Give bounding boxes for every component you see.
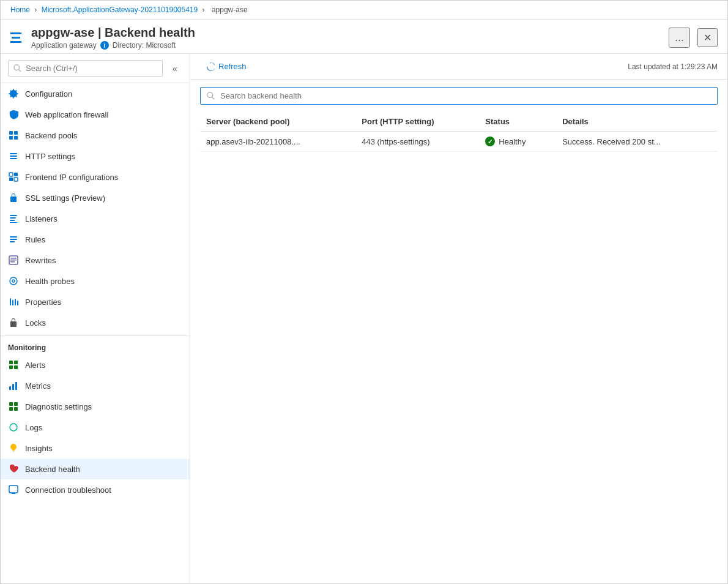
sidebar-item-backend-pools[interactable]: Backend pools (1, 125, 190, 146)
search-box[interactable] (8, 60, 163, 77)
close-button[interactable]: ✕ (697, 28, 718, 47)
svg-rect-39 (9, 407, 13, 411)
backend-health-search-input[interactable] (220, 91, 711, 100)
waf-label: Web application firewall (25, 110, 108, 119)
svg-rect-3 (14, 131, 18, 135)
insights-label: Insights (25, 444, 53, 453)
locks-label: Locks (25, 318, 46, 328)
sidebar-item-health-probes[interactable]: Health probes (1, 271, 190, 291)
sidebar-item-ssl-settings[interactable]: SSL settings (Preview) (1, 187, 190, 208)
svg-point-25 (12, 280, 15, 282)
col-header-status: Status (479, 112, 556, 132)
svg-rect-14 (10, 217, 16, 219)
svg-rect-6 (10, 153, 17, 154)
table-row: app.asev3-ilb-20211008.... 443 (https-se… (200, 132, 718, 152)
svg-point-24 (10, 277, 17, 285)
sidebar-item-properties[interactable]: Properties (1, 291, 190, 312)
rewrites-label: Rewrites (25, 256, 56, 265)
svg-rect-33 (14, 365, 18, 369)
status-dot (485, 137, 495, 146)
svg-rect-16 (10, 222, 17, 223)
backend-health-label: Backend health (25, 465, 80, 474)
sidebar-item-rules[interactable]: Rules (1, 229, 190, 250)
svg-rect-38 (14, 402, 18, 406)
breadcrumb-current: appgw-ase (212, 6, 248, 14)
connection-troubleshoot-icon (8, 484, 19, 495)
svg-rect-40 (14, 407, 18, 411)
waf-icon (8, 109, 19, 120)
configuration-icon (8, 88, 19, 99)
properties-label: Properties (25, 298, 61, 307)
metrics-icon (8, 380, 19, 391)
sidebar-item-connection-troubleshoot[interactable]: Connection troubleshoot (1, 479, 190, 500)
connection-troubleshoot-label: Connection troubleshoot (25, 485, 111, 495)
col-header-server: Server (backend pool) (200, 112, 355, 132)
svg-rect-22 (10, 260, 17, 261)
collapse-sidebar-button[interactable]: « (168, 61, 182, 76)
page-header: appgw-ase | Backend health Application g… (1, 20, 727, 54)
properties-icon (8, 296, 19, 307)
sidebar-item-insights[interactable]: Insights (1, 438, 190, 459)
sidebar-item-backend-health[interactable]: Backend health (1, 459, 190, 479)
breadcrumb-resource[interactable]: Microsoft.ApplicationGateway-20211019005… (42, 6, 198, 14)
sidebar-item-locks[interactable]: Locks (1, 312, 190, 333)
sidebar-item-listeners[interactable]: Listeners (1, 208, 190, 229)
refresh-button[interactable]: Refresh (200, 59, 253, 74)
backend-pools-label: Backend pools (25, 131, 77, 140)
sidebar-item-http-settings[interactable]: HTTP settings (1, 146, 190, 167)
search-bar[interactable] (200, 87, 718, 105)
svg-line-45 (212, 97, 215, 99)
http-settings-label: HTTP settings (25, 152, 75, 161)
svg-rect-2 (9, 131, 13, 135)
svg-rect-4 (9, 136, 13, 140)
sidebar-item-rewrites[interactable]: Rewrites (1, 250, 190, 271)
search-input[interactable] (26, 64, 124, 73)
frontend-ip-icon (8, 171, 19, 182)
sidebar-item-metrics[interactable]: Metrics (1, 375, 190, 396)
diagnostic-settings-label: Diagnostic settings (25, 402, 92, 411)
cell-status: Healthy (479, 132, 556, 152)
sidebar-item-web-application-firewall[interactable]: Web application firewall (1, 104, 190, 125)
diagnostic-icon (8, 401, 19, 412)
subtitle-text: Application gateway (31, 41, 97, 50)
more-options-button[interactable]: ... (669, 28, 690, 48)
svg-rect-42 (9, 485, 18, 493)
sidebar-item-logs[interactable]: Logs (1, 417, 190, 438)
header-title-area: appgw-ase | Backend health Application g… (31, 26, 661, 50)
svg-rect-29 (17, 301, 18, 305)
svg-rect-10 (14, 173, 18, 176)
locks-icon (8, 317, 19, 328)
rewrites-icon (8, 255, 19, 266)
svg-line-1 (19, 69, 21, 72)
sidebar-nav: Configuration Web application firewall B… (1, 83, 190, 583)
health-probes-label: Health probes (25, 277, 75, 286)
svg-rect-13 (10, 215, 17, 216)
ssl-icon (8, 192, 19, 203)
svg-rect-37 (9, 402, 13, 406)
breadcrumb-home[interactable]: Home (10, 6, 30, 14)
svg-rect-12 (14, 178, 18, 181)
content-body: Server (backend pool) Port (HTTP setting… (190, 80, 727, 583)
sidebar-item-frontend-ip[interactable]: Frontend IP configurations (1, 167, 190, 187)
rules-icon (8, 234, 19, 245)
status-healthy: Healthy (485, 137, 550, 146)
svg-rect-5 (14, 136, 18, 140)
info-icon[interactable]: i (100, 41, 109, 50)
metrics-label: Metrics (25, 381, 51, 391)
svg-rect-28 (15, 299, 16, 305)
directory-label: Directory: Microsoft (113, 41, 176, 50)
sidebar-item-configuration[interactable]: Configuration (1, 83, 190, 104)
svg-rect-8 (10, 158, 17, 159)
search-bar-icon (207, 92, 215, 100)
search-icon (13, 64, 22, 73)
svg-rect-36 (15, 382, 17, 390)
svg-rect-30 (9, 361, 13, 364)
alerts-icon (8, 359, 19, 370)
sidebar-item-diagnostic-settings[interactable]: Diagnostic settings (1, 396, 190, 417)
configuration-label: Configuration (25, 89, 72, 99)
svg-rect-34 (9, 386, 11, 390)
sidebar-item-alerts[interactable]: Alerts (1, 354, 190, 375)
alerts-label: Alerts (25, 361, 45, 370)
http-settings-icon (8, 151, 19, 162)
listeners-label: Listeners (25, 214, 58, 223)
